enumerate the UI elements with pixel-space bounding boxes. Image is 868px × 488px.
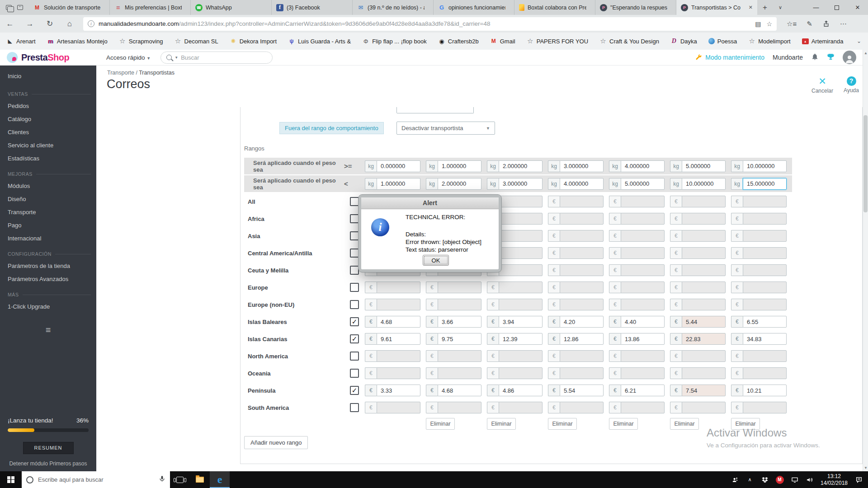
notifications-bell-icon[interactable] bbox=[811, 53, 819, 62]
price-input[interactable] bbox=[682, 350, 726, 362]
gamification-trophy-icon[interactable] bbox=[827, 53, 835, 62]
tab-close-icon[interactable]: ✕ bbox=[748, 5, 754, 10]
edge-browser-button[interactable]: e bbox=[210, 471, 230, 488]
more-options-icon[interactable]: ⋯ bbox=[840, 20, 847, 28]
price-input[interactable] bbox=[560, 230, 604, 242]
action-center-icon[interactable] bbox=[851, 476, 866, 483]
vertical-scrollbar[interactable]: ▲ ▼ bbox=[863, 50, 868, 471]
zone-checkbox[interactable] bbox=[350, 266, 359, 275]
maintenance-mode-link[interactable]: Modo mantenimiento bbox=[695, 54, 764, 61]
weight-input[interactable]: 4.000000 bbox=[560, 178, 604, 190]
window-maximize-button[interactable] bbox=[826, 0, 847, 15]
sidebar-item[interactable]: Internacional bbox=[0, 232, 96, 245]
out-of-range-select[interactable]: Desactivar transportista ▼ bbox=[396, 122, 495, 135]
shop-name-link[interactable]: Mundoarte bbox=[773, 54, 803, 61]
price-input[interactable] bbox=[499, 402, 542, 413]
bookmarks-overflow-chevron-icon[interactable]: ⌄ bbox=[850, 38, 868, 44]
bookmark-item[interactable]: Artesanías Montejo bbox=[47, 38, 108, 45]
price-input[interactable] bbox=[560, 350, 604, 362]
stop-module-link[interactable]: Detener módulo Primeros pasos bbox=[8, 460, 89, 467]
price-input[interactable] bbox=[377, 350, 420, 362]
dropbox-icon[interactable] bbox=[757, 476, 772, 483]
price-input[interactable]: 22.83 bbox=[682, 333, 726, 345]
weight-input[interactable]: 5.000000 bbox=[621, 178, 665, 190]
price-input[interactable]: 6.21 bbox=[621, 385, 665, 396]
price-input[interactable] bbox=[621, 282, 665, 293]
bookmark-item[interactable]: PAPERS FOR YOU bbox=[527, 38, 588, 45]
price-input[interactable] bbox=[621, 230, 665, 242]
bookmark-item[interactable]: Dayka bbox=[670, 38, 697, 45]
sidebar-item[interactable]: Pedidos bbox=[0, 99, 96, 113]
weight-input[interactable]: 10.000000 bbox=[743, 160, 787, 172]
price-input[interactable] bbox=[560, 196, 604, 207]
price-input[interactable] bbox=[560, 264, 604, 276]
breadcrumb-transporte[interactable]: Transporte bbox=[107, 70, 134, 76]
zone-checkbox[interactable] bbox=[350, 283, 359, 292]
weight-input[interactable]: 10.000000 bbox=[682, 178, 726, 190]
price-input[interactable] bbox=[743, 213, 787, 225]
price-input[interactable]: 4.68 bbox=[377, 316, 420, 328]
resumen-button[interactable]: RESUMEN bbox=[23, 442, 74, 454]
url-field[interactable]: i manualidadesmundoarte.com /admin123/in… bbox=[83, 17, 777, 31]
price-input[interactable] bbox=[621, 264, 665, 276]
price-input[interactable] bbox=[560, 213, 604, 225]
scrollbar-down-arrow[interactable]: ▼ bbox=[863, 466, 868, 470]
site-info-icon[interactable]: i bbox=[88, 20, 94, 27]
price-input[interactable] bbox=[743, 247, 787, 259]
price-input[interactable] bbox=[499, 196, 542, 207]
zone-checkbox[interactable] bbox=[350, 231, 359, 240]
price-input[interactable] bbox=[499, 230, 542, 242]
alert-ok-button[interactable]: OK bbox=[423, 255, 449, 266]
bookmark-item[interactable]: Poessa bbox=[708, 38, 737, 45]
price-input[interactable]: 13.86 bbox=[621, 333, 665, 345]
start-button[interactable] bbox=[0, 471, 22, 488]
admin-search-box[interactable]: ▼ Buscar bbox=[160, 52, 273, 64]
zone-checkbox[interactable] bbox=[350, 369, 359, 378]
bookmark-item[interactable]: Craft & You Design bbox=[599, 38, 659, 45]
window-minimize-button[interactable]: — bbox=[806, 0, 826, 15]
bookmark-item[interactable]: Decoman SL bbox=[175, 38, 218, 45]
favorite-star-icon[interactable]: ☆ bbox=[766, 20, 772, 28]
price-input[interactable]: 12.39 bbox=[499, 333, 542, 345]
reading-view-icon[interactable]: ▤ bbox=[755, 20, 761, 28]
bookmark-item[interactable]: Artemiranda bbox=[802, 38, 844, 45]
price-input[interactable] bbox=[621, 402, 665, 413]
weight-input[interactable]: 3.000000 bbox=[499, 178, 542, 190]
price-input[interactable] bbox=[560, 247, 604, 259]
price-input[interactable] bbox=[438, 299, 481, 310]
price-input[interactable] bbox=[682, 402, 726, 413]
sidebar-item[interactable]: Transporte bbox=[0, 206, 96, 219]
price-input[interactable] bbox=[621, 299, 665, 310]
sidebar-item[interactable]: Parámetros Avanzados bbox=[0, 272, 96, 286]
web-note-pen-icon[interactable]: ✎ bbox=[807, 20, 812, 28]
price-input[interactable] bbox=[499, 213, 542, 225]
price-input[interactable]: 12.86 bbox=[560, 333, 604, 345]
volume-icon[interactable] bbox=[802, 476, 817, 483]
browser-tab[interactable]: "Esperando la respuesta bbox=[595, 0, 676, 15]
refresh-icon[interactable]: ↻ bbox=[40, 19, 60, 28]
taskbar-search-box[interactable]: Escribe aquí para buscar bbox=[22, 471, 170, 488]
clipped-select[interactable] bbox=[396, 107, 474, 113]
weight-input[interactable]: 2.000000 bbox=[438, 178, 481, 190]
browser-tab[interactable]: (39 n.º de no leídos) - a bbox=[353, 0, 434, 15]
price-input[interactable] bbox=[499, 264, 542, 276]
price-input[interactable]: 5.44 bbox=[682, 316, 726, 328]
price-input[interactable] bbox=[377, 282, 420, 293]
price-input[interactable] bbox=[743, 230, 787, 242]
forward-icon[interactable]: → bbox=[20, 19, 40, 28]
price-input[interactable] bbox=[560, 299, 604, 310]
sidebar-item[interactable]: Parámetros de la tienda bbox=[0, 259, 96, 272]
tray-overflow-chevron-icon[interactable]: ∧ bbox=[742, 477, 757, 483]
price-input[interactable]: 7.54 bbox=[682, 385, 726, 396]
price-input[interactable]: 34.83 bbox=[743, 333, 787, 345]
price-input[interactable]: 5.54 bbox=[560, 385, 604, 396]
help-action[interactable]: ? Ayuda bbox=[838, 76, 865, 94]
bookmark-item[interactable]: Flip flap ... ¡flop book bbox=[362, 38, 427, 45]
price-input[interactable] bbox=[377, 367, 420, 379]
restore-tabs-icon[interactable] bbox=[17, 5, 23, 10]
quick-access-dropdown[interactable]: Acceso rápido ▼ bbox=[106, 54, 151, 61]
price-input[interactable]: 4.20 bbox=[560, 316, 604, 328]
delete-range-button[interactable]: Eliminar bbox=[487, 418, 516, 430]
browser-tab[interactable]: opiniones funcionamier bbox=[434, 0, 514, 15]
delete-range-button[interactable]: Eliminar bbox=[548, 418, 577, 430]
